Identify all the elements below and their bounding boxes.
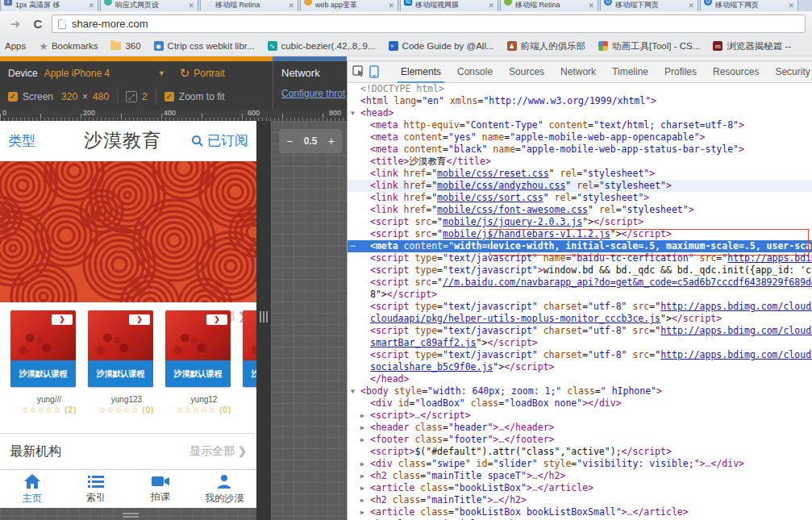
hero-banner[interactable] <box>0 161 256 302</box>
close-icon[interactable]: ✕ <box>288 2 294 10</box>
collapsed-arrow-icon[interactable]: ▶ <box>360 410 369 422</box>
devtools-tab-elements[interactable]: Elements <box>393 61 449 83</box>
browser-tab[interactable]: 知移动端视网膜✕ <box>400 0 498 11</box>
code-line[interactable]: <link href="mobile/css/reset.css" rel="s… <box>348 168 812 180</box>
course-card[interactable]: ❯沙漠默认课程 <box>88 310 153 387</box>
course-card[interactable]: ❯沙漠默认课程 <box>165 310 231 387</box>
course-card[interactable]: ❯沙漠默认课程 <box>243 310 256 387</box>
close-icon[interactable]: ✕ <box>688 2 694 10</box>
device-toolbar-toggle-icon[interactable] <box>369 64 380 80</box>
reload-button[interactable]: C <box>29 15 47 33</box>
zoom-out-button[interactable]: − <box>286 135 293 148</box>
bookmark-item[interactable]: 动画工具[Tool] - CS... <box>598 40 700 52</box>
devtools-tab-profiles[interactable]: Profiles <box>656 61 705 83</box>
zoom-in-button[interactable]: + <box>328 135 335 148</box>
code-line[interactable]: cloudaapi/pkg/helper-utils-moplus-monito… <box>348 313 812 325</box>
code-line[interactable]: ▶<article class="bookListBox bookListBox… <box>348 506 812 518</box>
code-line[interactable]: socialshare_b5c9f0e.js"></script> <box>348 361 812 373</box>
code-line[interactable]: ▶<header class="header">…</header> <box>348 422 812 434</box>
code-line[interactable]: </head> <box>348 373 812 385</box>
tabbar-item-拍课[interactable]: 拍课 <box>128 470 193 508</box>
collapsed-arrow-icon[interactable]: ▶ <box>360 422 369 434</box>
collapsed-arrow-icon[interactable]: ▶ <box>360 458 369 470</box>
code-line[interactable]: <script src="mobile/js/jquery-2.0.3.js">… <box>348 216 812 228</box>
bookmark-item[interactable]: ∿cubic-bezier(.42,.8,.9... <box>268 41 376 51</box>
code-line[interactable]: <script type="text/javascript" name="bai… <box>348 252 812 264</box>
search-icon[interactable] <box>191 135 204 148</box>
show-all-link[interactable]: 显示全部 ❯ <box>189 444 247 459</box>
tabbar-item-索引[interactable]: 索引 <box>65 470 129 508</box>
code-line[interactable]: …<meta content="width=device-width, init… <box>348 240 812 252</box>
screen-width-value[interactable]: 320 <box>61 91 77 102</box>
collapsed-arrow-icon[interactable]: ▶ <box>360 506 369 518</box>
code-line[interactable]: <script type="text/javascript" charset="… <box>348 325 812 337</box>
zoom-to-fit-checkbox[interactable]: ✓ <box>164 92 174 102</box>
devtools-tab-console[interactable]: Console <box>449 61 501 83</box>
devtools-tab-security[interactable]: Security <box>767 61 812 83</box>
code-line[interactable]: <meta content="black" name="apple-mobile… <box>348 144 812 156</box>
browser-tab[interactable]: U移动端下网页✕ <box>700 0 798 11</box>
browser-tab[interactable]: web app变革✕ <box>300 0 398 11</box>
forward-button[interactable]: ➜ <box>6 15 24 33</box>
code-line[interactable]: ▼<body style="width: 640px; zoom: 1;" cl… <box>348 385 812 397</box>
code-line[interactable]: <!DOCTYPE html> <box>348 83 812 95</box>
tabbar-item-主页[interactable]: 主页 <box>0 470 65 508</box>
code-line[interactable]: <meta http-equiv="Content-Type" content=… <box>348 119 812 131</box>
url-text[interactable]: share-more.com <box>72 18 148 30</box>
browser-tab[interactable]: 响应式网页设✕ <box>100 0 198 11</box>
close-icon[interactable]: ✕ <box>188 2 194 10</box>
bottom-drag-handle-icon[interactable] <box>123 513 139 518</box>
orientation-toggle[interactable]: Portrait <box>194 68 225 79</box>
tabbar-item-我的沙漠[interactable]: 我的沙漠 <box>193 470 257 508</box>
code-line[interactable]: <link href="mobile/css/sort.css" rel="st… <box>348 192 812 204</box>
code-line[interactable]: <script src="//m.baidu.com/navbarapp_api… <box>348 277 812 289</box>
code-line[interactable]: <meta content="yes" name="apple-mobile-w… <box>348 131 812 144</box>
collapsed-arrow-icon[interactable]: ▶ <box>360 482 369 494</box>
bookmark-item[interactable]: ᯤCode Guide by @All... <box>389 41 494 51</box>
bookmark-item[interactable]: ◉Ctrip css webkit libr... <box>154 41 255 51</box>
browser-tab[interactable]: ◔移动端 Retina✕ <box>200 0 298 11</box>
browser-tab[interactable]: U移动端下网页✕ <box>600 0 698 11</box>
inspect-element-icon[interactable] <box>352 64 365 80</box>
expand-arrow-icon[interactable]: ▼ <box>351 107 359 119</box>
close-icon[interactable]: ✕ <box>788 2 794 10</box>
close-icon[interactable]: ✕ <box>88 2 94 10</box>
mobile-subscribed-link[interactable]: 已订阅 <box>181 131 248 150</box>
code-line[interactable]: <link href="mobile/css/font-awesome.css"… <box>348 204 812 216</box>
code-line[interactable]: ▶<script>…</script> <box>348 410 812 422</box>
course-card[interactable]: ❯沙漠默认课程 <box>10 310 76 387</box>
devtools-tab-network[interactable]: Network <box>552 61 604 83</box>
code-line[interactable]: ▼<head> <box>348 107 812 119</box>
devtools-tab-sources[interactable]: Sources <box>501 61 552 83</box>
code-line[interactable]: <script>$("#default").attr("class","acti… <box>348 446 812 458</box>
code-line[interactable]: ▶<h2 class="mainTitle spaceT">…</h2> <box>348 470 812 482</box>
collapsed-arrow-icon[interactable]: ▶ <box>360 470 369 482</box>
code-line[interactable]: <script src="mobile/js/handlebars-v1.1.2… <box>348 228 812 240</box>
code-line[interactable]: <link href="mobile/css/andyzhou.css" rel… <box>348 180 812 192</box>
code-line[interactable]: ▶<footer class="footer">…</footer> <box>348 434 812 446</box>
code-line[interactable]: ▶<h2 class="mainTitle">…</h2> <box>348 494 812 506</box>
close-icon[interactable]: ✕ <box>388 2 394 10</box>
viewport-resize-splitter[interactable] <box>256 121 271 520</box>
close-icon[interactable]: ✕ <box>488 2 494 10</box>
screen-height-value[interactable]: 480 <box>93 91 109 102</box>
device-select[interactable]: Apple iPhone 4 ▼ <box>44 68 165 79</box>
code-line[interactable]: <title>沙漠教育</title> <box>348 156 812 168</box>
bookmark-item[interactable]: Apps <box>5 41 26 51</box>
browser-tab[interactable]: 11px 高清屏 移✕ <box>0 0 98 11</box>
bookmark-item[interactable]: ★Bookmarks <box>39 40 98 52</box>
code-line[interactable]: <div id="loadBox" class="loadBox none"><… <box>348 397 812 410</box>
bookmark-item[interactable]: m浏览器揭秘篇 -- <box>713 40 791 52</box>
screen-checkbox[interactable]: ✓ <box>8 92 18 102</box>
dpr-value[interactable]: 2 <box>142 91 148 102</box>
collapsed-arrow-icon[interactable]: ▶ <box>360 434 369 446</box>
close-icon[interactable]: ✕ <box>588 2 594 10</box>
expand-arrow-icon[interactable]: ▼ <box>351 385 359 397</box>
code-line[interactable]: <html lang="en" xmlns="http://www.w3.org… <box>348 95 812 107</box>
code-line[interactable]: ▶<div class="swipe" id="slider" style="v… <box>348 458 812 470</box>
devtools-tab-timeline[interactable]: Timeline <box>604 61 656 83</box>
code-line[interactable]: ▶<article class="bookListBox">…</article… <box>348 482 812 494</box>
collapsed-arrow-icon[interactable]: ▶ <box>360 494 369 506</box>
code-line[interactable]: <script type="text/javascript">window.bd… <box>348 264 812 277</box>
code-line[interactable]: smartBar_c89aff2.js"></script> <box>348 337 812 349</box>
